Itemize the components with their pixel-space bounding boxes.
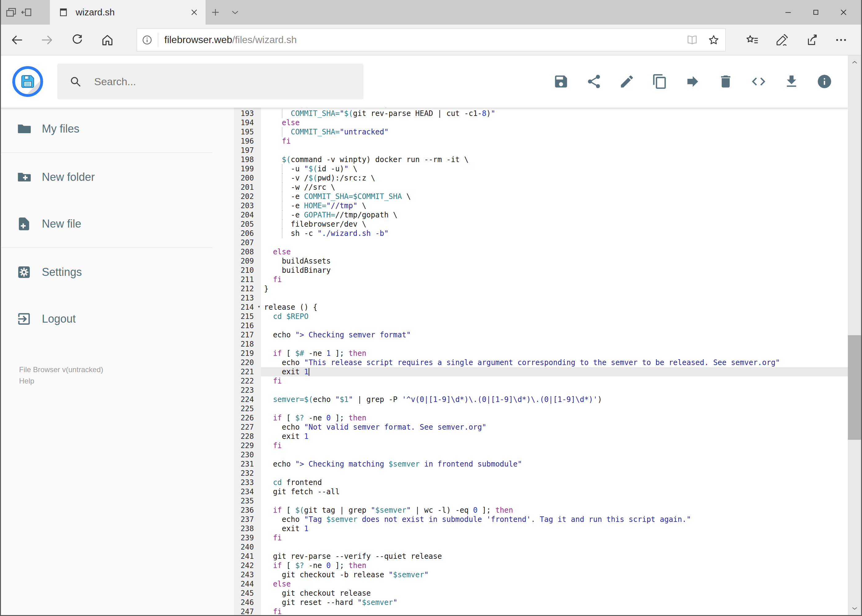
code-line-194[interactable]: 194 else: [234, 118, 849, 127]
save-button[interactable]: [550, 71, 572, 92]
code-line-219[interactable]: 219 if [ $# -ne 1 ]; then: [234, 349, 849, 358]
close-window-button[interactable]: [830, 0, 857, 25]
help-link[interactable]: Help: [19, 375, 234, 387]
tab-close-button[interactable]: [189, 8, 199, 17]
add-favorite-button[interactable]: [708, 34, 720, 46]
sidebar-item-new-folder[interactable]: New folder: [0, 167, 234, 188]
code-line-233[interactable]: 233 cd frontend: [234, 478, 849, 487]
code-line-210[interactable]: 210 buildBinary: [234, 266, 849, 275]
source-code-button[interactable]: [748, 71, 769, 92]
code-line-204[interactable]: 204 -e GOPATH=//tmp/gopath \: [234, 211, 849, 220]
code-editor[interactable]: 192 if [ "$(command -v docker)" != "" ];…: [234, 108, 849, 616]
code-line-240[interactable]: 240: [234, 542, 849, 552]
code-line-228[interactable]: 228 exit 1: [234, 432, 849, 441]
code-line-216[interactable]: 216: [234, 321, 849, 330]
new-tab-button[interactable]: [206, 0, 225, 25]
share-button[interactable]: [583, 71, 605, 92]
code-line-209[interactable]: 209 buildAssets: [234, 256, 849, 266]
move-button[interactable]: [682, 71, 703, 92]
code-line-201[interactable]: 201 -w //src \: [234, 183, 849, 192]
more-options-button[interactable]: [830, 29, 852, 51]
site-info-icon[interactable]: [141, 34, 153, 46]
code-line-202[interactable]: 202 -e COMMIT_SHA=$COMMIT_SHA \: [234, 192, 849, 201]
browser-tab[interactable]: wizard.sh: [50, 0, 206, 25]
hub-button[interactable]: [742, 29, 763, 51]
code-line-222[interactable]: 222 fi: [234, 376, 849, 386]
sidebar-item-settings[interactable]: Settings: [0, 262, 234, 283]
code-line-245[interactable]: 245 git checkout release: [234, 589, 849, 598]
code-line-232[interactable]: 232: [234, 469, 849, 478]
code-line-242[interactable]: 242 if [ $? -ne 0 ]; then: [234, 561, 849, 570]
code-line-215[interactable]: 215 cd $REPO: [234, 312, 849, 321]
reading-view-button[interactable]: [686, 34, 698, 46]
sidebar-item-logout[interactable]: Logout: [0, 308, 234, 329]
rename-button[interactable]: [616, 71, 638, 92]
app-logo[interactable]: [12, 66, 43, 97]
tab-list-dropdown-button[interactable]: [225, 0, 245, 25]
code-line-211[interactable]: 211 fi: [234, 275, 849, 284]
code-line-212[interactable]: 212}: [234, 284, 849, 293]
forward-button[interactable]: [36, 29, 58, 51]
code-line-198[interactable]: 198 $(command -v winpty) docker run --rm…: [234, 155, 849, 164]
back-button[interactable]: [6, 29, 28, 51]
home-button[interactable]: [97, 29, 118, 51]
code-line-247[interactable]: 247 fi: [234, 607, 849, 616]
sidebar-item-new-file[interactable]: New file: [0, 214, 234, 234]
download-button[interactable]: [781, 71, 802, 92]
page-scrollbar[interactable]: [848, 55, 861, 615]
set-tabs-aside-button[interactable]: [20, 6, 33, 19]
code-line-221[interactable]: 221 exit 1: [234, 367, 849, 376]
code-line-214[interactable]: 214▾release () {: [234, 303, 849, 312]
code-line-246[interactable]: 246 git reset --hard "$semver": [234, 598, 849, 607]
code-line-218[interactable]: 218: [234, 339, 849, 349]
code-line-230[interactable]: 230: [234, 450, 849, 459]
code-line-229[interactable]: 229 fi: [234, 441, 849, 450]
tab-preview-button[interactable]: [5, 6, 17, 19]
minimize-button[interactable]: [774, 0, 802, 25]
code-line-234[interactable]: 234 git fetch --all: [234, 487, 849, 497]
refresh-button[interactable]: [66, 29, 88, 51]
code-line-207[interactable]: 207: [234, 238, 849, 247]
fold-marker-icon[interactable]: ▾: [258, 305, 260, 309]
scroll-up-button[interactable]: [848, 55, 861, 69]
annotate-button[interactable]: [771, 29, 793, 51]
code-line-220[interactable]: 220 echo "This release script requires a…: [234, 358, 849, 367]
scrollbar-thumb[interactable]: [848, 335, 861, 440]
info-button[interactable]: [814, 71, 835, 92]
code-line-224[interactable]: 224 semver=$(echo "$1" | grep -P '^v(0|[…: [234, 395, 849, 404]
code-line-203[interactable]: 203 -e HOME="//tmp" \: [234, 201, 849, 211]
code-line-193[interactable]: 193 COMMIT_SHA="$(git rev-parse HEAD | c…: [234, 109, 849, 118]
code-line-226[interactable]: 226 if [ $? -ne 0 ]; then: [234, 413, 849, 423]
code-line-238[interactable]: 238 exit 1: [234, 524, 849, 533]
code-line-237[interactable]: 237 echo "Tag $semver does not exist in …: [234, 515, 849, 524]
code-line-205[interactable]: 205 filebrowser/dev \: [234, 220, 849, 229]
code-line-241[interactable]: 241 git rev-parse --verify --quiet relea…: [234, 552, 849, 561]
code-line-217[interactable]: 217 echo "> Checking semver format": [234, 330, 849, 339]
code-line-208[interactable]: 208 else: [234, 247, 849, 256]
url-text[interactable]: filebrowser.web/files/wizard.sh: [164, 34, 297, 46]
code-line-197[interactable]: 197: [234, 146, 849, 155]
code-line-243[interactable]: 243 git checkout -b release "$semver": [234, 570, 849, 580]
search-input[interactable]: [93, 75, 354, 88]
code-line-227[interactable]: 227 echo "Not valid semver format. See s…: [234, 423, 849, 432]
code-line-223[interactable]: 223: [234, 386, 849, 395]
code-line-235[interactable]: 235: [234, 497, 849, 506]
scroll-down-button[interactable]: [848, 601, 861, 615]
maximize-button[interactable]: [802, 0, 830, 25]
delete-button[interactable]: [715, 71, 736, 92]
code-line-244[interactable]: 244 else: [234, 580, 849, 589]
code-line-225[interactable]: 225: [234, 404, 849, 413]
code-line-213[interactable]: 213: [234, 293, 849, 303]
code-line-236[interactable]: 236 if [ $(git tag | grep "$semver" | wc…: [234, 506, 849, 515]
code-line-231[interactable]: 231 echo "> Checking matching $semver in…: [234, 459, 849, 469]
code-line-206[interactable]: 206 sh -c "./wizard.sh -b": [234, 229, 849, 238]
share-page-button[interactable]: [801, 29, 822, 51]
code-line-199[interactable]: 199 -u "$(id -u)" \: [234, 164, 849, 173]
code-line-239[interactable]: 239 fi: [234, 533, 849, 542]
address-bar[interactable]: filebrowser.web/files/wizard.sh: [137, 28, 726, 51]
code-line-196[interactable]: 196 fi: [234, 137, 849, 146]
sidebar-item-my-files[interactable]: My files: [0, 118, 234, 139]
code-line-200[interactable]: 200 -v /$(pwd):/src:z \: [234, 173, 849, 183]
search-box[interactable]: [57, 64, 364, 99]
copy-button[interactable]: [649, 71, 671, 92]
